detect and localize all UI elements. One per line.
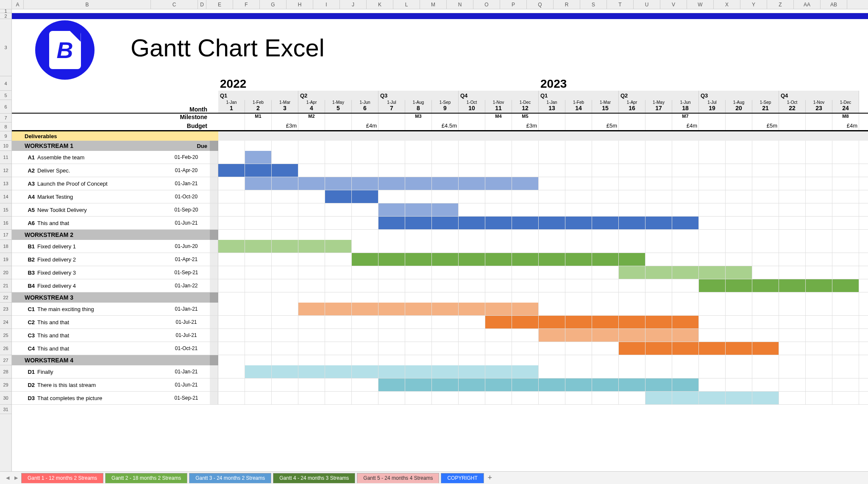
gantt-cell[interactable] [245,279,272,292]
gantt-bar-segment[interactable] [619,253,645,266]
gantt-cell[interactable] [298,316,325,328]
gantt-cell[interactable] [672,253,699,266]
row-header-17[interactable]: 17 [0,230,11,240]
gantt-cell[interactable] [592,279,619,292]
gantt-cell[interactable] [726,217,752,229]
task-row[interactable]: B3Fixed delivery 301-Sep-21 [12,266,868,279]
gantt-bar-segment[interactable] [352,365,378,378]
gantt-cell[interactable] [485,240,512,253]
gantt-cell[interactable] [699,378,726,391]
gantt-cell[interactable] [779,164,806,177]
gantt-bar-segment[interactable] [645,342,672,355]
gantt-bar-segment[interactable] [752,279,779,292]
budget-cell[interactable] [325,122,352,130]
gantt-cell[interactable] [565,392,592,404]
gantt-bar-segment[interactable] [699,392,726,404]
milestone-cell[interactable] [592,114,619,122]
gantt-cell[interactable] [245,203,272,216]
gantt-cell[interactable] [806,266,832,279]
gantt-cell[interactable] [512,329,539,342]
column-header-V[interactable]: V [660,0,687,9]
gantt-cell[interactable] [298,190,325,203]
gantt-bar-segment[interactable] [272,365,298,378]
gantt-cell[interactable] [672,303,699,315]
milestone-cell[interactable]: M8 [832,114,859,122]
budget-cell[interactable]: £4m [832,122,859,130]
gantt-cell[interactable] [272,190,298,203]
gantt-bar-segment[interactable] [325,177,352,190]
gantt-cell[interactable] [699,365,726,378]
gantt-cell[interactable] [806,253,832,266]
gantt-cell[interactable] [459,392,485,404]
gantt-cell[interactable] [672,151,699,164]
gantt-cell[interactable] [592,203,619,216]
gantt-cell[interactable] [272,316,298,328]
gantt-bar-segment[interactable] [539,217,565,229]
gantt-cell[interactable] [539,279,565,292]
gantt-cell[interactable] [699,177,726,190]
gantt-cell[interactable] [806,240,832,253]
gantt-bar-segment[interactable] [645,392,672,404]
gantt-cell[interactable] [432,342,459,355]
milestone-cell[interactable] [699,114,726,122]
gantt-cell[interactable] [779,190,806,203]
gantt-bar-segment[interactable] [245,164,272,177]
gantt-cell[interactable] [325,253,352,266]
gantt-cell[interactable] [752,164,779,177]
row-header-3[interactable]: 3 [0,19,11,76]
gantt-cell[interactable] [432,164,459,177]
milestone-cell[interactable] [432,114,459,122]
gantt-bar-segment[interactable] [619,342,645,355]
gantt-cell[interactable] [699,164,726,177]
task-row[interactable]: A1Assemble the team01-Feb-20 [12,151,868,164]
gantt-cell[interactable] [298,378,325,391]
gantt-cell[interactable] [405,342,432,355]
gantt-cell[interactable] [619,303,645,315]
gantt-bar-segment[interactable] [512,365,539,378]
gantt-cell[interactable] [832,217,859,229]
gantt-cell[interactable] [779,342,806,355]
gantt-cell[interactable] [619,279,645,292]
gantt-cell[interactable] [432,279,459,292]
gantt-cell[interactable] [485,279,512,292]
gantt-cell[interactable] [325,203,352,216]
gantt-cell[interactable] [592,392,619,404]
gantt-cell[interactable] [539,203,565,216]
gantt-cell[interactable] [832,329,859,342]
gantt-bar-segment[interactable] [592,378,619,391]
row-header-16[interactable]: 16 [0,217,11,230]
budget-cell[interactable]: £4.5m [432,122,459,130]
gantt-bar-segment[interactable] [405,303,432,315]
gantt-cell[interactable] [619,177,645,190]
gantt-cell[interactable] [298,392,325,404]
gantt-cell[interactable] [539,266,565,279]
row-header-31[interactable]: 31 [0,405,11,414]
gantt-cell[interactable] [752,266,779,279]
gantt-cell[interactable] [832,253,859,266]
gantt-cell[interactable] [378,240,405,253]
row-header-7[interactable]: 7 [0,114,11,122]
gantt-bar-segment[interactable] [432,253,459,266]
gantt-cell[interactable] [352,217,378,229]
gantt-cell[interactable] [405,316,432,328]
row-header-4[interactable]: 4 [0,76,11,91]
gantt-cell[interactable] [378,392,405,404]
gantt-bar-segment[interactable] [672,217,699,229]
gantt-bar-segment[interactable] [432,365,459,378]
task-row[interactable]: D1Finally01-Jan-21 [12,365,868,378]
gantt-cell[interactable] [352,329,378,342]
milestone-cell[interactable] [325,114,352,122]
gantt-cell[interactable] [459,151,485,164]
gantt-bar-segment[interactable] [432,378,459,391]
gantt-cell[interactable] [272,303,298,315]
gantt-cell[interactable] [512,190,539,203]
add-sheet-button[interactable]: + [485,473,495,482]
budget-cell[interactable]: £5m [752,122,779,130]
gantt-bar-segment[interactable] [726,392,752,404]
budget-cell[interactable] [378,122,405,130]
gantt-cell[interactable] [726,164,752,177]
gantt-cell[interactable] [832,151,859,164]
gantt-cell[interactable] [806,392,832,404]
gantt-bar-segment[interactable] [565,316,592,328]
gantt-cell[interactable] [432,190,459,203]
